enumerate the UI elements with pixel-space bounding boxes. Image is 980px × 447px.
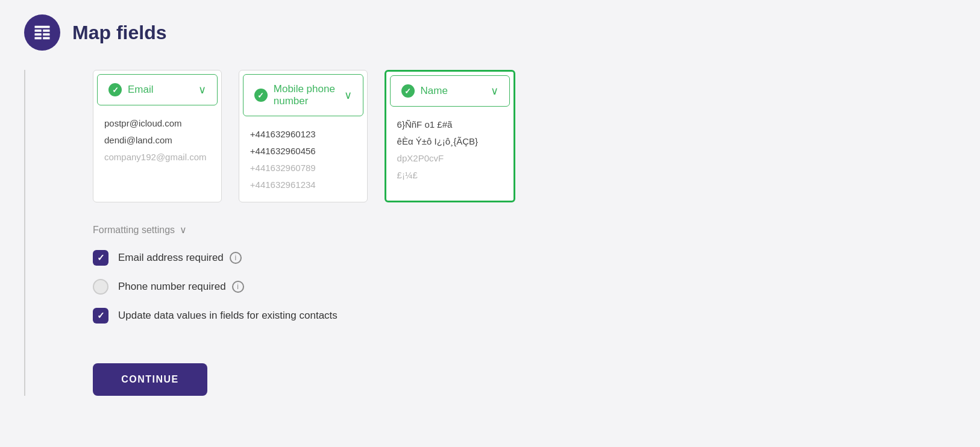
phone-header[interactable]: Mobile phone number ∨	[243, 74, 363, 116]
formatting-section: Formatting settings ∨ Email address requ…	[93, 224, 515, 337]
phone-chevron-icon: ∨	[344, 89, 352, 102]
content: Email ∨ postpr@icloud.com dendi@land.com…	[45, 70, 515, 396]
phone-data: +441632960123 +441632960456 +44163296078…	[239, 120, 367, 202]
phone-check-icon	[254, 89, 268, 102]
email-required-info-icon[interactable]: i	[230, 252, 242, 264]
email-data: postpr@icloud.com dendi@land.com company…	[93, 109, 221, 174]
phone-required-info-icon[interactable]: i	[232, 281, 244, 293]
phone-column: Mobile phone number ∨ +441632960123 +441…	[239, 70, 368, 202]
email-label: Email	[128, 84, 154, 96]
phone-data-2: +441632960456	[250, 144, 356, 158]
update-data-checkbox[interactable]	[93, 308, 108, 324]
email-header[interactable]: Email ∨	[97, 74, 218, 105]
email-data-3: company192@gmail.com	[104, 150, 210, 164]
name-data-4: £¡¼£	[397, 168, 503, 183]
email-required-row: Email address required i	[93, 250, 515, 266]
left-divider	[24, 70, 25, 396]
svg-rect-3	[35, 33, 42, 36]
formatting-toggle-label: Formatting settings	[93, 225, 175, 236]
formatting-chevron-icon: ∨	[180, 224, 187, 236]
svg-rect-4	[43, 33, 49, 36]
phone-data-4: +441632961234	[250, 178, 356, 192]
formatting-toggle[interactable]: Formatting settings ∨	[93, 224, 515, 236]
email-required-text: Email address required	[118, 252, 224, 264]
name-data-1: 6}ÑñF o1 £#ã	[397, 117, 503, 132]
email-required-checkbox[interactable]	[93, 250, 108, 266]
email-required-label: Email address required i	[118, 252, 242, 264]
email-data-2: dendi@land.com	[104, 133, 210, 148]
svg-rect-0	[35, 26, 50, 28]
email-header-left: Email	[108, 83, 154, 96]
phone-required-text: Phone number required	[118, 281, 226, 293]
header-icon	[24, 14, 60, 51]
table-icon	[33, 23, 51, 42]
phone-data-3: +441632960789	[250, 161, 356, 175]
update-data-label: Update data values in fields for existin…	[118, 310, 338, 322]
columns-row: Email ∨ postpr@icloud.com dendi@land.com…	[93, 70, 515, 202]
continue-button[interactable]: CONTINUE	[93, 363, 207, 396]
svg-rect-2	[43, 30, 49, 32]
email-column: Email ∨ postpr@icloud.com dendi@land.com…	[93, 70, 222, 202]
page-container: Map fields Email ∨ postpr@icloud.com	[0, 0, 980, 447]
svg-rect-5	[35, 37, 42, 40]
email-check-icon	[108, 83, 122, 96]
name-column: Name ∨ 6}ÑñF o1 £#ã êÈα Ý±ô I¿¡ô¸{ÃÇB} d…	[385, 70, 516, 202]
phone-required-checkbox[interactable]	[93, 279, 108, 295]
email-data-1: postpr@icloud.com	[104, 116, 210, 131]
phone-header-left: Mobile phone number	[254, 83, 344, 107]
update-data-text: Update data values in fields for existin…	[118, 310, 338, 322]
name-data-2: êÈα Ý±ô I¿¡ô¸{ÃÇB}	[397, 134, 503, 149]
svg-rect-1	[35, 30, 42, 32]
header: Map fields	[24, 14, 956, 51]
phone-label: Mobile phone number	[274, 83, 344, 107]
svg-rect-6	[43, 37, 49, 40]
page-title: Map fields	[72, 22, 166, 44]
phone-required-label: Phone number required i	[118, 281, 244, 293]
name-data-3: dpX2P0cvF	[397, 151, 503, 166]
phone-required-row: Phone number required i	[93, 279, 515, 295]
name-header[interactable]: Name ∨	[390, 75, 510, 107]
update-data-row: Update data values in fields for existin…	[93, 308, 515, 324]
name-check-icon	[401, 84, 415, 98]
name-header-left: Name	[401, 84, 448, 98]
phone-data-1: +441632960123	[250, 127, 356, 142]
name-label: Name	[421, 85, 448, 97]
name-chevron-icon: ∨	[491, 84, 498, 98]
email-chevron-icon: ∨	[198, 83, 206, 96]
main-layout: Email ∨ postpr@icloud.com dendi@land.com…	[24, 70, 956, 396]
name-data: 6}ÑñF o1 £#ã êÈα Ý±ô I¿¡ô¸{ÃÇB} dpX2P0cv…	[386, 110, 514, 192]
